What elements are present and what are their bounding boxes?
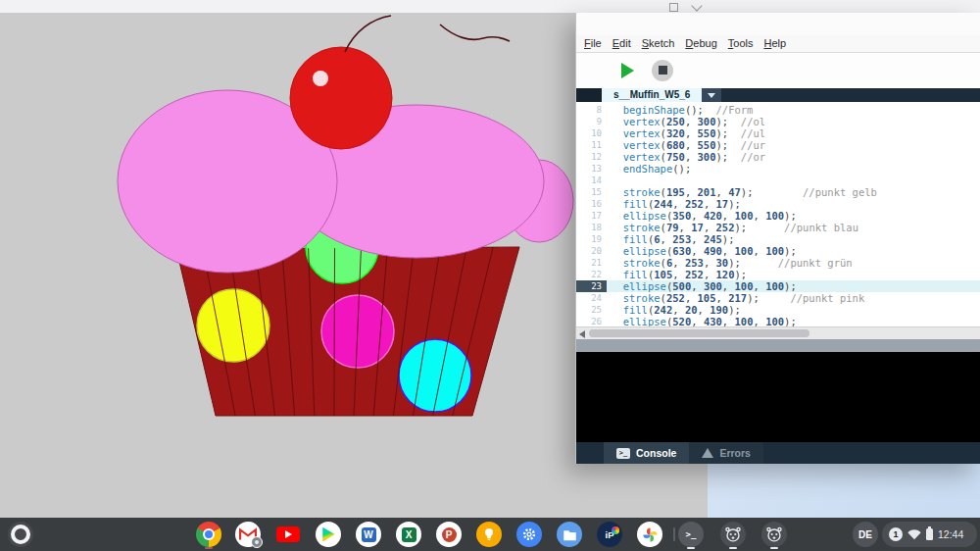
gear-icon <box>520 526 538 543</box>
ide-tabbar: s__Muffin_W5_6 <box>576 88 980 102</box>
sketch-app-icon-2[interactable] <box>761 522 787 547</box>
word-icon[interactable]: W <box>356 522 381 547</box>
code-line-21[interactable]: 21 stroke(6, 253, 30); //punkt grün <box>576 257 980 269</box>
code-editor[interactable]: 8 beginShape(); //Form9 vertex(250, 300)… <box>576 102 980 326</box>
code-line-15[interactable]: 15 stroke(195, 201, 47); //punkt gelb <box>576 186 980 198</box>
terminal-icon: >_ <box>616 448 630 459</box>
tab-menu-button[interactable] <box>702 88 721 102</box>
menu-file[interactable]: File <box>584 37 602 49</box>
code-line-20[interactable]: 20 ellipse(630, 490, 100, 100); <box>576 245 980 257</box>
code-line-17[interactable]: 17 ellipse(350, 420, 100, 100); <box>576 210 980 222</box>
gmail-badge <box>251 536 263 548</box>
console-tab-label: Console <box>636 447 676 459</box>
language-indicator[interactable]: DE <box>853 522 878 547</box>
powerpoint-icon[interactable]: P <box>436 522 462 547</box>
horizontal-scrollbar[interactable] <box>576 326 980 339</box>
ip-app-icon[interactable]: iP <box>597 522 622 547</box>
wifi-icon <box>907 528 921 540</box>
errors-tab-label: Errors <box>719 447 751 459</box>
cherry-stem <box>345 16 391 52</box>
app1-running-indicator <box>729 547 737 549</box>
menu-help[interactable]: Help <box>763 37 786 49</box>
code-line-10[interactable]: 10 vertex(320, 550); //ul <box>576 127 980 139</box>
launcher-button[interactable] <box>8 522 33 547</box>
menu-edit[interactable]: Edit <box>612 37 631 49</box>
cherry-stem <box>440 25 510 41</box>
ide-menubar: FileEditSketchDebugToolsHelp <box>576 35 980 53</box>
background-window-titlebar <box>0 0 980 14</box>
cup-stripe <box>334 248 335 416</box>
folder-icon <box>563 528 577 541</box>
scroll-left-arrow-icon[interactable] <box>579 330 585 338</box>
dot-yellow <box>197 289 270 362</box>
app2-running-indicator <box>770 547 778 549</box>
ide-titlebar[interactable] <box>576 13 980 35</box>
code-line-22[interactable]: 22 fill(105, 252, 120); <box>576 269 980 280</box>
pinwheel-icon <box>641 526 660 544</box>
scrollbar-thumb[interactable] <box>589 329 809 337</box>
cherry-highlight <box>313 71 328 86</box>
chrome-running-indicator <box>205 547 213 549</box>
code-line-13[interactable]: 13 endShape(); <box>576 163 980 175</box>
chrome-icon[interactable] <box>196 522 221 547</box>
warning-icon <box>702 448 713 458</box>
editor-status-strip <box>576 339 980 352</box>
notification-counter: 1 <box>889 527 903 541</box>
dot-cyan <box>399 339 471 412</box>
photos-icon[interactable] <box>637 522 662 547</box>
chevron-down-icon <box>708 93 715 98</box>
files-icon[interactable] <box>557 522 582 547</box>
code-line-16[interactable]: 16 fill(244, 252, 17); <box>576 198 980 210</box>
play-icon <box>621 63 634 78</box>
code-line-18[interactable]: 18 stroke(79, 17, 252); //punkt blau <box>576 222 980 233</box>
gmail-icon[interactable] <box>235 522 261 547</box>
menu-debug[interactable]: Debug <box>685 37 716 49</box>
robot-face-icon <box>722 524 744 545</box>
code-line-23[interactable]: 23 ellipse(500, 300, 100, 100); <box>576 280 980 292</box>
window-close-icon[interactable] <box>691 0 702 11</box>
status-tray[interactable]: 1 12:44 <box>882 522 977 547</box>
console-output <box>576 352 980 442</box>
code-line-26[interactable]: 26 ellipse(520, 430, 100, 100); <box>576 316 980 326</box>
tabbar-ledge <box>576 88 602 102</box>
run-button[interactable] <box>616 60 638 81</box>
shelf: W X P iP >_ <box>0 518 980 551</box>
code-line-14[interactable]: 14 <box>576 175 980 186</box>
excel-icon[interactable]: X <box>396 522 421 547</box>
launcher-icon <box>11 525 30 544</box>
cherry <box>290 47 392 149</box>
menu-tools[interactable]: Tools <box>728 37 754 49</box>
errors-tab[interactable]: Errors <box>689 442 763 464</box>
keep-icon[interactable] <box>476 522 502 547</box>
youtube-icon[interactable] <box>275 522 301 547</box>
clock: 12:44 <box>938 528 963 540</box>
stop-icon <box>659 66 667 75</box>
code-line-19[interactable]: 19 fill(6, 253, 245); <box>576 233 980 245</box>
settings-icon[interactable] <box>516 522 542 547</box>
code-line-24[interactable]: 24 stroke(252, 105, 217); //punkt pink <box>576 292 980 304</box>
terminal-running-indicator <box>687 547 695 549</box>
ide-toolbar <box>576 53 980 89</box>
code-line-12[interactable]: 12 vertex(750, 300); //or <box>576 151 980 163</box>
code-line-8[interactable]: 8 beginShape(); //Form <box>576 104 980 116</box>
sketch-app-icon-1[interactable] <box>720 522 746 547</box>
shelf-separator <box>673 527 675 541</box>
console-tab[interactable]: >_ Console <box>604 442 689 464</box>
console-tabbar: >_ Console Errors <box>576 442 980 464</box>
code-line-9[interactable]: 9 vertex(250, 300); //ol <box>576 116 980 127</box>
processing-ide-window: FileEditSketchDebugToolsHelp s__Muffin_W… <box>575 13 980 464</box>
window-restore-icon[interactable] <box>669 3 678 12</box>
play-store-icon[interactable] <box>316 522 341 547</box>
terminal-app-icon[interactable]: >_ <box>678 522 704 547</box>
sketch-tab[interactable]: s__Muffin_W5_6 <box>602 88 702 102</box>
menu-sketch[interactable]: Sketch <box>642 37 675 49</box>
stop-button[interactable] <box>652 60 673 81</box>
code-line-25[interactable]: 25 fill(242, 20, 190); <box>576 304 980 316</box>
robot-face-icon <box>763 524 785 545</box>
code-line-11[interactable]: 11 vertex(680, 550); //ur <box>576 139 980 151</box>
battery-icon <box>926 528 933 540</box>
